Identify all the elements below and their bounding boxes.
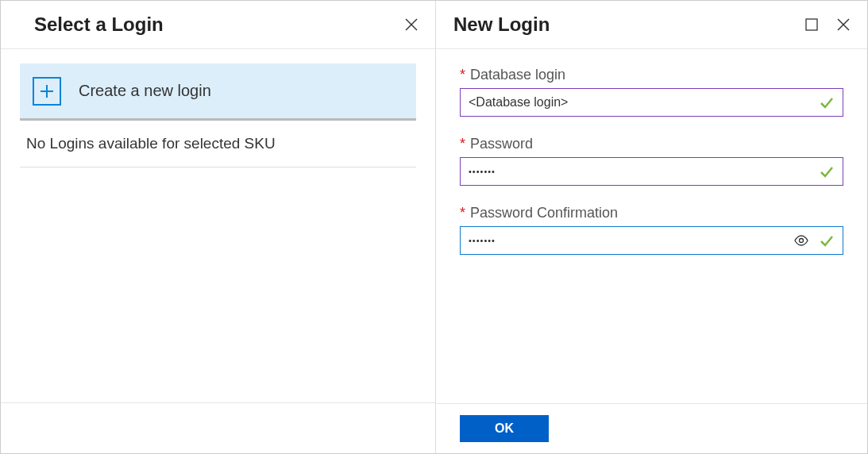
select-login-panel: Select a Login Create a new login No Log… xyxy=(1,1,436,453)
close-icon[interactable] xyxy=(403,17,419,33)
database-login-group: * Database login xyxy=(460,67,843,117)
database-login-label: Database login xyxy=(470,67,565,83)
password-confirm-group: * Password Confirmation xyxy=(460,205,843,255)
left-panel-header: Select a Login xyxy=(1,1,435,49)
svg-rect-4 xyxy=(806,19,817,30)
create-new-login-button[interactable]: Create a new login xyxy=(20,63,416,121)
required-asterisk: * xyxy=(460,205,465,221)
select-login-title: Select a Login xyxy=(34,13,164,36)
password-input[interactable] xyxy=(469,158,819,185)
eye-icon[interactable] xyxy=(793,235,809,246)
check-icon xyxy=(819,233,835,248)
password-confirm-input-wrapper xyxy=(460,226,843,255)
database-login-input[interactable] xyxy=(469,89,819,116)
required-asterisk: * xyxy=(460,67,465,83)
required-asterisk: * xyxy=(460,136,465,152)
ok-button[interactable]: OK xyxy=(460,415,549,442)
left-footer xyxy=(1,402,435,453)
no-logins-message: No Logins available for selected SKU xyxy=(20,121,416,167)
password-group: * Password xyxy=(460,136,843,186)
new-login-panel: New Login * Database login xyxy=(436,1,867,453)
maximize-icon[interactable] xyxy=(804,17,820,33)
password-confirm-input[interactable] xyxy=(469,227,793,254)
new-login-title: New Login xyxy=(453,13,550,36)
password-label: Password xyxy=(470,136,533,152)
svg-point-7 xyxy=(800,239,804,243)
password-input-wrapper xyxy=(460,157,843,186)
create-login-label: Create a new login xyxy=(79,82,211,100)
check-icon xyxy=(819,164,835,179)
right-footer: OK xyxy=(436,403,867,453)
check-icon xyxy=(819,94,835,110)
plus-icon xyxy=(33,77,61,106)
close-icon[interactable] xyxy=(835,17,851,33)
right-panel-header: New Login xyxy=(436,1,867,49)
database-login-input-wrapper xyxy=(460,88,843,117)
password-confirm-label: Password Confirmation xyxy=(470,205,618,221)
